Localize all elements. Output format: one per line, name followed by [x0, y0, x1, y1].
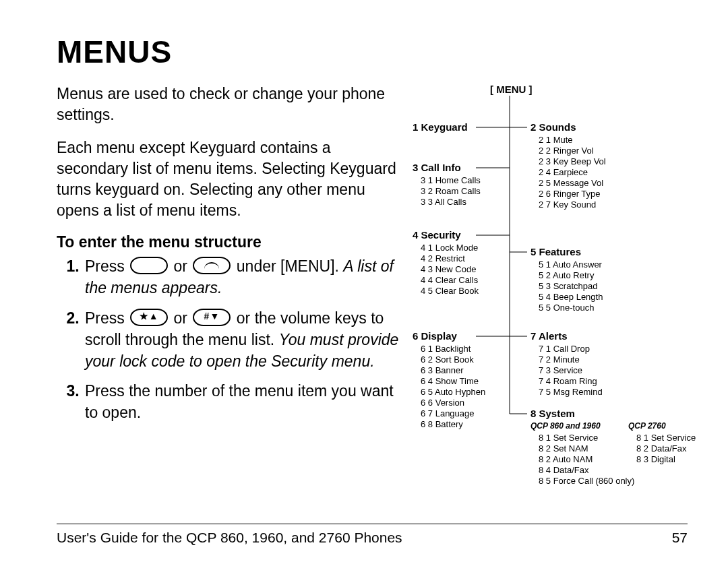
star-up-key-icon: ★▲ — [130, 309, 168, 326]
intro-para-1: Menus are used to check or change your p… — [57, 84, 402, 125]
menu-sounds: 2 Sounds — [530, 121, 576, 133]
menu-tree: [ MENU ] 1 Keyguard 3 Call Info 3 1 Home… — [413, 84, 682, 508]
page-number: 57 — [672, 530, 688, 546]
subheading: To enter the menu structure — [57, 233, 402, 251]
menu-root-label: [ MENU ] — [490, 84, 533, 95]
menu-features: 5 Features — [530, 246, 581, 257]
menu-system: 8 System — [530, 408, 575, 419]
left-column: Menus are used to check or change your p… — [57, 84, 409, 432]
page-title: MENUS — [57, 34, 688, 70]
menu-security: 4 Security — [413, 229, 461, 241]
soft-key-arc-icon — [193, 257, 231, 274]
menu-keyguard: 1 Keyguard — [413, 121, 468, 133]
page-footer: User's Guide for the QCP 860, 1960, and … — [57, 524, 688, 546]
step-2: Press ★▲ or #▼ or the volume keys to scr… — [84, 307, 402, 373]
steps-list: Press or under [MENU]. A list of the men… — [57, 255, 402, 423]
step-1: Press or under [MENU]. A list of the men… — [84, 255, 402, 299]
step-3: Press the number of the menu item you wa… — [84, 380, 402, 423]
footer-title: User's Guide for the QCP 860, 1960, and … — [57, 530, 402, 546]
intro-para-2: Each menu except Keyguard contains a sec… — [57, 137, 402, 221]
menu-display: 6 Display — [413, 330, 457, 342]
hash-down-key-icon: #▼ — [193, 309, 231, 326]
soft-key-blank-icon — [130, 257, 168, 274]
menu-callinfo: 3 Call Info — [413, 162, 461, 173]
menu-alerts: 7 Alerts — [530, 330, 567, 342]
